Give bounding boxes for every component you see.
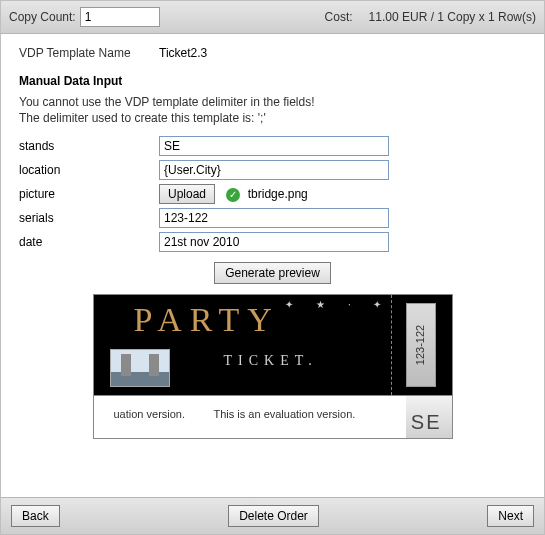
check-icon: ✓ — [226, 188, 240, 202]
stub-serial: 123-122 — [415, 325, 427, 365]
back-button[interactable]: Back — [11, 505, 60, 527]
window: Copy Count: Cost: 11.00 EUR / 1 Copy x 1… — [0, 0, 545, 535]
picture-filename: tbridge.png — [248, 187, 308, 201]
note-line-2: The delimiter used to create this templa… — [19, 111, 266, 125]
preview-ticket-text: TICKET. — [224, 353, 318, 369]
date-input[interactable] — [159, 232, 389, 252]
upload-button[interactable]: Upload — [159, 184, 215, 204]
evaluation-strip: uation version. This is an evaluation ve… — [93, 396, 453, 439]
cost-value: 11.00 EUR / 1 Copy x 1 Row(s) — [369, 10, 536, 24]
eval-text-1: uation version. — [114, 408, 186, 420]
note-line-1: You cannot use the VDP template delimite… — [19, 95, 315, 109]
preview-panel: PARTY TICKET. 123-122 uation version. Th… — [93, 294, 453, 439]
section-title: Manual Data Input — [19, 74, 526, 88]
bridge-icon — [110, 349, 170, 387]
copy-count-label: Copy Count: — [9, 10, 76, 24]
location-input[interactable] — [159, 160, 389, 180]
footer-bar: Back Delete Order Next — [1, 497, 544, 534]
copy-count-input[interactable] — [80, 7, 160, 27]
preview-party-text: PARTY — [134, 301, 280, 339]
ticket-stub: 123-122 — [406, 303, 436, 387]
template-name-value: Ticket2.3 — [159, 46, 526, 60]
stands-input[interactable] — [159, 136, 389, 156]
location-label: location — [19, 163, 159, 177]
stands-label: stands — [19, 139, 159, 153]
ticket-preview-image: PARTY TICKET. 123-122 — [93, 294, 453, 396]
delimiter-note: You cannot use the VDP template delimite… — [19, 94, 526, 126]
template-name-label: VDP Template Name — [19, 46, 159, 60]
date-label: date — [19, 235, 159, 249]
top-bar: Copy Count: Cost: 11.00 EUR / 1 Copy x 1… — [1, 1, 544, 34]
delete-order-button[interactable]: Delete Order — [228, 505, 319, 527]
cost-label: Cost: — [325, 10, 353, 24]
preview-se-text: SE — [411, 411, 442, 434]
serials-label: serials — [19, 211, 159, 225]
content-area: VDP Template Name Ticket2.3 Manual Data … — [1, 34, 544, 439]
picture-label: picture — [19, 187, 159, 201]
generate-preview-button[interactable]: Generate preview — [214, 262, 331, 284]
next-button[interactable]: Next — [487, 505, 534, 527]
ticket-perforation — [391, 295, 392, 395]
serials-input[interactable] — [159, 208, 389, 228]
eval-text-2: This is an evaluation version. — [214, 408, 356, 420]
